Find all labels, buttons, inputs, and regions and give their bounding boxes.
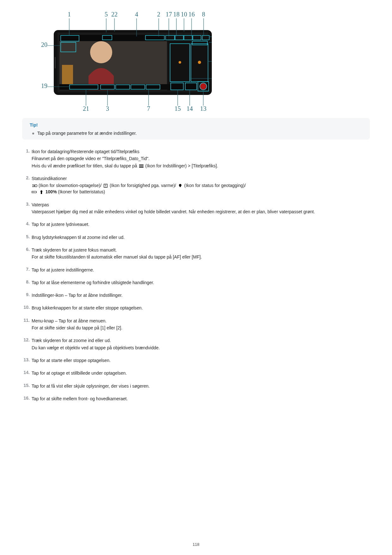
list-item: Brug lydstyrkeknappen til at zoome ind e… bbox=[22, 234, 370, 240]
callout-7: 7 bbox=[147, 105, 150, 112]
callout-4: 4 bbox=[135, 11, 138, 18]
list-item: Tap for at starte eller stoppe optagelse… bbox=[22, 357, 370, 364]
item-body: Filnavnet på den optagede video er "Tite… bbox=[32, 155, 370, 162]
list-item: Statusindikationer (Ikon for slowmotion-… bbox=[22, 175, 370, 195]
list-item: Indstillinger-ikon – Tap for at åbne Ind… bbox=[22, 292, 370, 298]
callout-18: 18 bbox=[173, 11, 180, 18]
callout-15: 15 bbox=[175, 105, 181, 112]
item-title: Tap for at justere lydniveauet. bbox=[32, 221, 370, 228]
item-body: Du kan vælge et objektiv ved at tappe på… bbox=[32, 345, 370, 351]
svg-line-65 bbox=[34, 192, 34, 193]
legend-list: Ikon for datalagring/Resterende optaget … bbox=[22, 148, 370, 402]
heat-caution-icon bbox=[103, 184, 108, 188]
callout-14: 14 bbox=[187, 105, 193, 112]
item-title: Vaterpas bbox=[32, 202, 370, 208]
item-title: Tap for at låse elementerne og forhindre… bbox=[32, 279, 370, 286]
hamburger-menu-icon bbox=[138, 164, 144, 168]
item-title: Tap for at skifte mellem front- og hoved… bbox=[32, 396, 370, 402]
geotag-icon bbox=[177, 184, 183, 188]
item-body: For at skifte sider skal du tappe på [1]… bbox=[32, 325, 370, 331]
svg-point-31 bbox=[198, 61, 201, 64]
list-item: Tap for at justere indstillingerne. bbox=[22, 267, 370, 273]
list-item: Menu-knap – Tap for at åbne menuen. For … bbox=[22, 318, 370, 331]
svg-line-66 bbox=[34, 192, 34, 193]
tip-box: Tip! Tap på orange parametre for at ændr… bbox=[22, 118, 370, 140]
callout-2: 2 bbox=[157, 11, 160, 18]
callout-3: 3 bbox=[106, 105, 109, 112]
item-title: Tap for at justere indstillingerne. bbox=[32, 267, 370, 273]
item-title: Tap for at få vist eller skjule oplysnin… bbox=[32, 383, 370, 389]
svg-point-58 bbox=[35, 185, 37, 187]
svg-point-25 bbox=[200, 83, 207, 90]
svg-point-32 bbox=[179, 61, 181, 64]
phone-diagram-svg: 1 5 22 4 2 17 18 10 16 8 bbox=[35, 9, 212, 114]
annotated-screenshot: 1 5 22 4 2 17 18 10 16 8 bbox=[35, 9, 212, 115]
callout-10: 10 bbox=[181, 11, 187, 18]
charging-icon bbox=[39, 190, 44, 194]
svg-rect-2 bbox=[55, 57, 56, 68]
svg-line-63 bbox=[32, 192, 33, 193]
callout-16: 16 bbox=[188, 11, 195, 18]
list-item: Ikon for datalagring/Resterende optaget … bbox=[22, 148, 370, 169]
list-item: Tap for at optage et stillbillede under … bbox=[22, 370, 370, 376]
svg-point-5 bbox=[90, 41, 112, 63]
svg-point-60 bbox=[105, 187, 106, 187]
slowmotion-icon bbox=[32, 184, 37, 188]
callout-5: 5 bbox=[105, 11, 108, 18]
item-title: Tap for at starte eller stoppe optagelse… bbox=[32, 357, 370, 364]
tip-line: Tap på orange parametre for at ændre ind… bbox=[32, 131, 362, 136]
item-title: Statusindikationer bbox=[32, 175, 370, 182]
callout-17: 17 bbox=[166, 11, 172, 18]
list-item: Tap for at skifte mellem front- og hoved… bbox=[22, 396, 370, 402]
list-item: Tap for at få vist eller skjule oplysnin… bbox=[22, 383, 370, 389]
callout-19: 19 bbox=[41, 82, 47, 89]
item-body: Hvis du vil ændre præfikset for titlen, … bbox=[32, 163, 370, 169]
tip-title: Tip! bbox=[30, 122, 362, 128]
callout-1: 1 bbox=[68, 11, 71, 18]
svg-line-64 bbox=[33, 192, 33, 193]
item-body: For at skifte fokustilstanden til automa… bbox=[32, 254, 370, 260]
item-body: (Ikon for slowmotion-optagelse)/ (Ikon f… bbox=[32, 182, 370, 195]
list-item: Brug lukkerknappen for at starte eller s… bbox=[22, 305, 370, 311]
page-number: 118 bbox=[0, 542, 392, 547]
battery-level-icon bbox=[32, 190, 37, 194]
list-item: Træk skyderen for at justere fokus manue… bbox=[22, 247, 370, 260]
item-body: Vaterpasset hjælper dig med at måle enhe… bbox=[32, 209, 370, 215]
svg-rect-62 bbox=[36, 192, 37, 193]
list-item: Vaterpas Vaterpasset hjælper dig med at … bbox=[22, 202, 370, 215]
item-title: Træk skyderen for at justere fokus manue… bbox=[32, 247, 370, 253]
list-item: Træk skyderen for at zoome ind eller ud.… bbox=[22, 337, 370, 351]
callout-13: 13 bbox=[200, 105, 206, 112]
callout-8: 8 bbox=[202, 11, 205, 18]
item-title: Tap for at optage et stillbillede under … bbox=[32, 370, 370, 376]
list-item: Tap for at justere lydniveauet. bbox=[22, 221, 370, 228]
item-title: Træk skyderen for at zoome ind eller ud. bbox=[32, 337, 370, 344]
callout-22: 22 bbox=[111, 11, 118, 18]
item-title: Brug lukkerknappen for at starte eller s… bbox=[32, 305, 370, 311]
callout-21: 21 bbox=[83, 105, 89, 112]
item-title: Indstillinger-ikon – Tap for at åbne Ind… bbox=[32, 292, 370, 298]
item-title: Menu-knap – Tap for at åbne menuen. bbox=[32, 318, 370, 324]
item-title: Brug lydstyrkeknappen til at zoome ind e… bbox=[32, 234, 370, 240]
list-item: Tap for at låse elementerne og forhindre… bbox=[22, 279, 370, 286]
callout-20: 20 bbox=[41, 41, 47, 48]
item-title: Ikon for datalagring/Resterende optaget … bbox=[32, 148, 370, 155]
